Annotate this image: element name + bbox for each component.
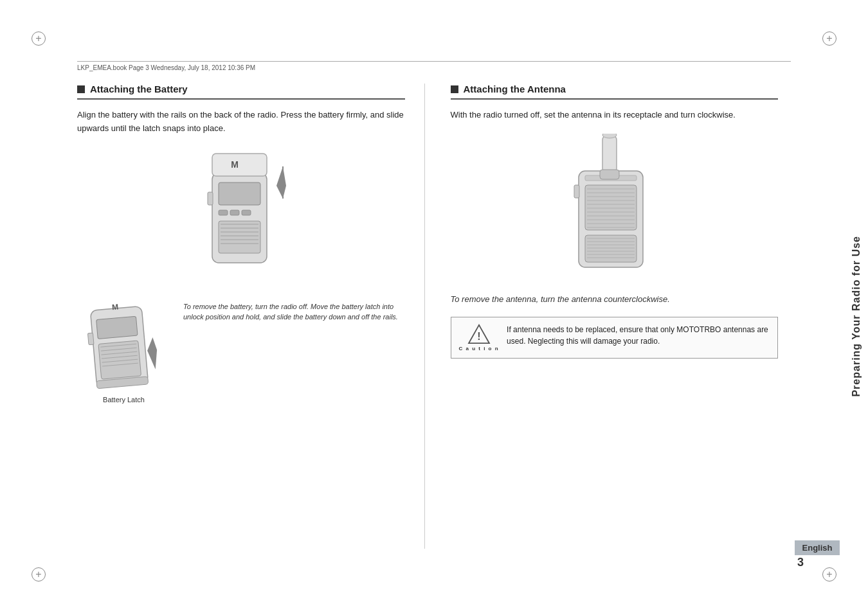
svg-rect-26: [87, 333, 94, 345]
svg-rect-19: [98, 341, 141, 379]
svg-rect-35: [585, 185, 637, 230]
battery-body-text: Align the battery with the rails on the …: [77, 109, 405, 136]
svg-rect-6: [219, 221, 260, 253]
caution-text: If antenna needs to be replaced, ensure …: [507, 324, 770, 347]
small-radio-image: M Battery Latch: [77, 295, 170, 404]
battery-latch-label: Battery Latch: [77, 396, 170, 404]
corner-mark-br: [822, 567, 836, 582]
svg-marker-28: [146, 337, 158, 369]
file-metadata: LKP_EMEA.book Page 3 Wednesday, July 18,…: [77, 64, 255, 71]
battery-section-heading: Attaching the Battery: [77, 84, 405, 100]
page-number: 3: [797, 556, 804, 569]
side-tab: Preparing Your Radio for Use: [845, 84, 868, 549]
battery-remove-section: M Battery Latch To remove the battery, t…: [77, 295, 405, 404]
corner-mark-bl: [32, 567, 46, 582]
caution-label: C a u t i o n: [459, 346, 500, 351]
svg-text:M: M: [111, 302, 118, 312]
svg-text:M: M: [231, 159, 239, 170]
svg-rect-4: [242, 210, 251, 215]
side-tab-text: Preparing Your Radio for Use: [851, 236, 862, 397]
radio-remove-svg: M: [77, 295, 170, 391]
corner-mark-tl: [32, 31, 46, 46]
battery-caption-text: To remove the battery, turn the radio of…: [183, 301, 405, 323]
heading-square-antenna: [451, 85, 458, 93]
radio-antenna-svg: [550, 134, 678, 288]
antenna-remove-caption: To remove the antenna, turn the antenna …: [451, 294, 779, 304]
corner-mark-tr: [822, 31, 836, 46]
language-label: English: [795, 540, 840, 555]
left-column: Attaching the Battery Align the battery …: [77, 84, 425, 549]
caution-triangle-svg: !: [467, 324, 491, 344]
radio-battery-svg: M: [177, 147, 305, 289]
caution-box: ! C a u t i o n If antenna needs to be r…: [451, 317, 779, 359]
antenna-image: [451, 134, 779, 288]
caution-icon: ! C a u t i o n: [459, 324, 500, 351]
battery-attach-image: M: [77, 147, 405, 289]
top-metadata-bar: LKP_EMEA.book Page 3 Wednesday, July 18,…: [77, 61, 791, 71]
right-column: Attaching the Antenna With the radio tur…: [425, 84, 779, 549]
svg-marker-14: [276, 166, 286, 199]
svg-rect-34: [600, 170, 619, 179]
antenna-heading-text: Attaching the Antenna: [464, 84, 566, 94]
antenna-section-heading: Attaching the Antenna: [451, 84, 779, 100]
antenna-body-text: With the radio turned off, set the anten…: [451, 109, 779, 122]
svg-rect-18: [96, 316, 138, 339]
svg-text:!: !: [477, 331, 480, 342]
svg-rect-13: [212, 154, 267, 176]
svg-rect-30: [602, 135, 617, 173]
heading-square-battery: [77, 85, 85, 93]
svg-rect-47: [574, 185, 579, 198]
content-area: Attaching the Battery Align the battery …: [77, 84, 778, 549]
battery-heading-text: Attaching the Battery: [90, 84, 188, 94]
battery-remove-caption: To remove the battery, turn the radio of…: [183, 295, 405, 404]
svg-rect-3: [230, 210, 239, 215]
svg-rect-48: [585, 235, 637, 262]
svg-rect-5: [208, 192, 213, 205]
svg-point-31: [602, 134, 617, 138]
svg-rect-2: [219, 210, 228, 215]
svg-rect-1: [219, 182, 260, 205]
